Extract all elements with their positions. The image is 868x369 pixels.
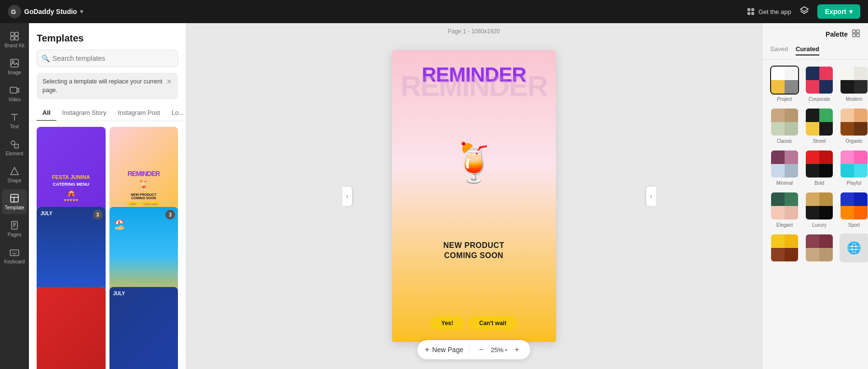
- template-grid: FESTA JUNINA CATERING MENU 🎪 ★★★★★ REMIN…: [29, 121, 186, 369]
- svg-rect-6: [11, 32, 14, 36]
- swatch-street-label: Street: [813, 138, 826, 144]
- get-app-button[interactable]: Get the app: [746, 7, 791, 16]
- svg-rect-9: [15, 37, 18, 40]
- filter-tabs: All Instagram Story Instagram Post Lo...: [29, 105, 186, 121]
- toolbar-divider: [469, 345, 470, 355]
- template-thumb-blue-promo[interactable]: JULY: [109, 287, 178, 369]
- new-page-button[interactable]: + New Page: [425, 345, 463, 354]
- tab-saved[interactable]: Saved: [770, 45, 788, 55]
- swatch-sport[interactable]: Sport: [840, 191, 868, 228]
- notice-close-button[interactable]: ✕: [166, 78, 172, 85]
- zoom-controls: − 25% ▾ +: [475, 344, 523, 355]
- app-logo[interactable]: G GoDaddy Studio ▾: [8, 5, 83, 18]
- search-icon: 🔍: [41, 55, 50, 62]
- sidebar-item-keyboard[interactable]: Keyboard: [2, 243, 27, 268]
- svg-rect-18: [853, 30, 855, 33]
- swatch-modern[interactable]: Modern: [840, 66, 868, 102]
- svg-rect-5: [751, 12, 754, 15]
- swatch-extra[interactable]: 🌐: [840, 233, 868, 264]
- sidebar-item-brand-kit[interactable]: Brand Kit: [2, 27, 27, 52]
- notice-text: Selecting a template will replace your c…: [42, 78, 163, 95]
- swatch-project-label: Project: [777, 96, 792, 102]
- swatch-minimal[interactable]: Minimal: [770, 150, 799, 186]
- tab-curated[interactable]: Curated: [796, 45, 819, 55]
- swatch-bold-label: Bold: [814, 180, 824, 186]
- svg-rect-21: [856, 34, 859, 37]
- zoom-in-button[interactable]: +: [511, 344, 523, 355]
- layers-button[interactable]: [799, 5, 810, 18]
- swatch-minimal-label: Minimal: [776, 180, 793, 186]
- canvas-cocktail-image: 🍹: [450, 140, 498, 185]
- svg-rect-16: [12, 221, 17, 229]
- icon-sidebar: Brand Kit Image Video Text: [0, 23, 29, 369]
- collapse-panel-arrow[interactable]: ‹: [342, 187, 352, 206]
- template-thumb-donate[interactable]: Donate Today: [37, 287, 106, 369]
- canvas-card: REMINDER REMINDER 🍹 NEW PRODUCTCOMING SO…: [392, 50, 556, 342]
- swatch-luxury[interactable]: Luxury: [805, 191, 834, 228]
- bottom-toolbar: + New Page − 25% ▾ +: [417, 340, 530, 359]
- svg-rect-17: [10, 250, 19, 256]
- swatch-street[interactable]: Street: [805, 108, 834, 144]
- svg-rect-15: [11, 194, 18, 202]
- swatch-organic[interactable]: Organic: [840, 108, 868, 144]
- swatch-corporate[interactable]: Corporate: [805, 66, 834, 102]
- svg-text:G: G: [11, 8, 16, 15]
- tab-all[interactable]: All: [37, 105, 56, 121]
- palette-toggle-icon[interactable]: [852, 29, 860, 40]
- sidebar-item-image[interactable]: Image: [2, 54, 27, 79]
- swatch-organic-label: Organic: [845, 138, 862, 144]
- template-badge-3b: 3: [165, 210, 175, 219]
- search-container: 🔍: [29, 50, 186, 73]
- svg-rect-19: [856, 30, 859, 33]
- swatch-row13a[interactable]: [770, 233, 799, 264]
- swatch-playful-label: Playful: [847, 180, 861, 186]
- sidebar-item-video[interactable]: Video: [2, 81, 27, 106]
- tab-logo[interactable]: Lo...: [166, 105, 186, 121]
- notice-bar: Selecting a template will replace your c…: [37, 73, 178, 99]
- expand-palette-arrow[interactable]: ›: [646, 187, 656, 206]
- sidebar-item-element[interactable]: Element: [2, 135, 27, 160]
- svg-rect-7: [15, 32, 18, 36]
- swatch-elegant-label: Elegant: [776, 222, 793, 228]
- sidebar-item-template[interactable]: Template: [2, 189, 27, 214]
- palette-panel: Palette Saved Curated: [762, 23, 868, 369]
- svg-rect-4: [747, 12, 750, 15]
- svg-rect-8: [11, 37, 14, 40]
- swatches-grid: Project Corporate: [762, 60, 868, 369]
- app-menu-chevron[interactable]: ▾: [80, 8, 83, 15]
- swatch-classic-label: Classic: [777, 138, 792, 144]
- canvas-product-text: NEW PRODUCTCOMING SOON: [443, 241, 504, 261]
- topbar-left: G GoDaddy Studio ▾: [8, 5, 83, 18]
- canvas-bg-text: REMINDER: [392, 69, 556, 103]
- swatch-luxury-label: Luxury: [812, 222, 827, 228]
- tab-instagram-story[interactable]: Instagram Story: [56, 105, 112, 121]
- swatch-project[interactable]: Project: [770, 66, 799, 102]
- tab-instagram-post[interactable]: Instagram Post: [112, 105, 165, 121]
- sidebar-item-shape[interactable]: Shape: [2, 162, 27, 187]
- svg-rect-10: [11, 59, 18, 67]
- swatch-playful[interactable]: Playful: [840, 150, 868, 186]
- svg-rect-14: [14, 144, 18, 148]
- page-label: Page 1 - 1080x1920: [448, 28, 500, 35]
- swatch-classic[interactable]: Classic: [770, 108, 799, 144]
- export-button[interactable]: Export ▾: [817, 4, 860, 19]
- canvas-yes-button[interactable]: Yes!: [431, 316, 464, 330]
- sidebar-item-text[interactable]: Text: [2, 108, 27, 133]
- zoom-out-button[interactable]: −: [475, 344, 487, 355]
- search-input[interactable]: [37, 50, 178, 67]
- swatch-corporate-label: Corporate: [809, 96, 830, 102]
- canvas-area: Page 1 - 1080x1920 ‹ REMINDER REMINDER 🍹…: [186, 23, 762, 369]
- swatch-modern-label: Modern: [846, 96, 862, 102]
- template-badge-3: 3: [93, 210, 103, 219]
- svg-rect-3: [751, 8, 754, 11]
- swatch-elegant[interactable]: Elegant: [770, 191, 799, 228]
- sidebar-item-pages[interactable]: Pages: [2, 216, 27, 241]
- templates-panel: Templates 🔍 Selecting a template will re…: [29, 23, 186, 369]
- zoom-value[interactable]: 25% ▾: [491, 346, 507, 354]
- canvas-cta-buttons: Yes! Can't wait: [431, 316, 517, 330]
- swatch-bold[interactable]: Bold: [805, 150, 834, 186]
- canvas-cant-wait-button[interactable]: Can't wait: [469, 316, 517, 330]
- swatch-row13b[interactable]: [805, 233, 834, 264]
- svg-rect-12: [10, 87, 17, 93]
- palette-tabs: Saved Curated: [762, 45, 868, 60]
